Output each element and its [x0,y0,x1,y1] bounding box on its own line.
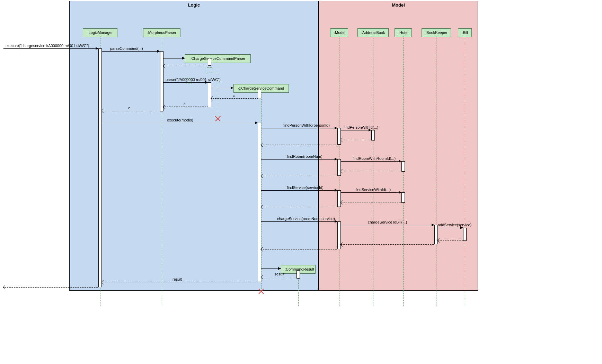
lifeline-charge-service-command-parser [218,62,218,119]
activation-model-4 [337,221,341,249]
arrowhead [231,87,233,89]
participant-label: :Model [334,30,345,35]
arrow-return-c2 [102,111,160,111]
destroy-cscp [215,116,221,121]
activation-hotel-2 [401,192,405,203]
msg-result-2: result [172,277,182,281]
arrow-execute-in [3,48,98,49]
participant-book-keeper: :BookKeeper [422,28,451,37]
arrow-return-c1 [211,98,258,99]
dashed-box-1 [207,67,212,73]
activation-cscp-1 [208,59,211,66]
participant-label: :BookKeeper [425,30,448,35]
activation-morpheus-parser [160,51,163,111]
arrow-return-charge-service-bk [341,244,434,245]
msg-charge-service-bill: chargeServiceToBill(...) [368,220,407,224]
arrow-return-find-service [261,207,337,207]
activation-logic-manager [98,48,102,287]
msg-execute-model: execute(model) [167,118,193,122]
arrowhead [3,285,7,290]
lifeline-address-book [373,36,373,306]
msg-return-c-mid: c [184,102,186,106]
participant-label: :Hotel [398,30,408,35]
arrow-add-service [438,228,463,228]
arrow-charge-service [261,221,337,222]
msg-result-1: result [275,272,284,276]
activation-hotel-1 [401,161,405,172]
msg-add-service: addService(service) [438,223,471,227]
msg-find-room-2: findRoomWithRoomId(...) [353,156,396,161]
msg-find-room: findRoom(roomNum) [287,154,322,158]
logic-frame-title: Logic [188,2,200,8]
activation-model-2 [337,159,341,176]
arrowhead [182,57,185,60]
arrow-parse-command [102,51,160,52]
participant-model: :Model [330,28,348,37]
activation-csc-1 [258,90,261,99]
arrow-find-room-2 [341,161,401,162]
msg-parse-command: parseCommand(...) [110,46,143,51]
destroy-csc [258,288,264,294]
participant-label: c:ChargeServiceCommand [238,86,284,90]
lifeline-book-keeper [436,36,436,306]
activation-bookkeeper-1 [434,225,438,244]
msg-return-c1: c [233,93,235,98]
arrow-find-room [261,159,337,160]
model-frame-title: Model [392,2,405,8]
arrow-find-service-2 [341,192,401,193]
arrow-return-cscp [163,66,208,66]
arrow-find-person [261,128,337,128]
lifeline-charge-service-command [261,92,262,291]
arrowhead [399,191,401,194]
arrowhead [335,158,337,161]
arrow-charge-service-bill [341,225,434,225]
arrowhead [432,224,434,226]
participant-label: :MorpheusParser [147,30,176,35]
participant-hotel: :Hotel [395,28,412,37]
msg-find-service: findService(serviceId) [287,185,324,190]
msg-return-c2: c [128,106,130,110]
arrowhead [399,160,401,163]
msg-execute: execute("chargeservice i/A000000 rn/001 … [6,44,89,48]
msg-find-person-2: findPersonWithId(...) [344,125,378,129]
participant-address-book: :AddressBook [357,28,389,37]
arrow-return-c-cscp [163,107,208,107]
arrowhead [335,189,337,192]
arrow-find-service [261,190,337,191]
arrow-return-out [3,287,98,288]
activation-addressbook-1 [371,130,375,140]
activation-csc-2 [258,123,261,282]
arrowhead [278,267,281,270]
arrow-return-result-lm [102,282,258,282]
participant-label: :LogicManager [88,30,113,35]
arrow-create-csc [211,88,233,88]
activation-command-result [296,270,300,279]
participant-label: :Bill [462,30,468,35]
arrowhead [157,50,160,53]
msg-find-service-2: findServiceWithId(...) [355,188,391,192]
arrowhead [335,127,337,129]
arrow-find-person-2 [341,130,371,130]
arrowhead [335,220,337,223]
activation-cscp-2 [208,82,211,107]
lifeline-bill [465,36,465,306]
participant-bill: :Bill [458,28,472,37]
participant-morpheus-parser: :MorpheusParser [143,28,180,37]
arrow-return-find-service-h [341,202,401,202]
sequence-diagram-canvas: Logic Model :LogicManager :MorpheusParse… [0,0,602,364]
participant-label: :ChargeServiceCommandParser [191,56,246,61]
participant-charge-service-command-parser: :ChargeServiceCommandParser [185,54,251,63]
participant-charge-service-command: c:ChargeServiceCommand [233,84,289,93]
activation-bill-1 [463,228,467,241]
arrow-return-find-person [261,145,337,145]
arrowhead [255,121,258,124]
logic-frame: Logic [69,1,319,291]
activation-model-1 [337,128,341,145]
msg-parse: parse("i/A000000 rn/001 si/WC") [166,78,221,82]
arrow-return-charge-service [261,249,337,249]
model-frame: Model [319,1,478,291]
msg-find-person: findPersonWithId(personId) [283,123,330,127]
arrowhead [96,47,98,50]
participant-label: :AddressBook [361,30,385,35]
arrow-parse [163,82,208,83]
